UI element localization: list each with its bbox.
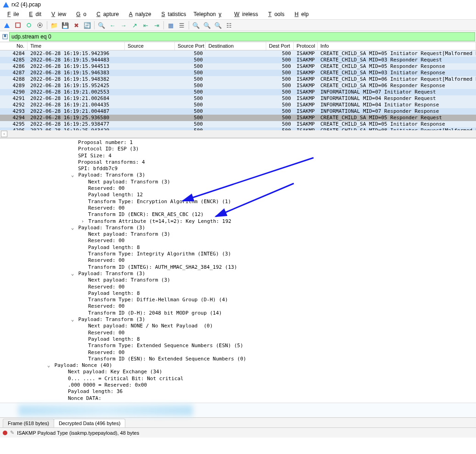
table-row[interactable]: 42872022-06-28 16:19:15.946383500500ISAK… — [0, 70, 476, 76]
detail-line[interactable]: Nonce DATA: — [0, 395, 476, 402]
horizontal-scrollbar[interactable]: ‹ — [0, 130, 476, 138]
table-row[interactable]: 42912022-06-28 16:19:21.002684500500ISAK… — [0, 95, 476, 102]
menu-capture[interactable]: Capture — [91, 10, 122, 18]
table-row[interactable]: 42842022-06-28 16:19:15.942396500500ISAK… — [0, 50, 476, 57]
detail-line[interactable]: Transform Type: Integrity Algorithm (INT… — [0, 251, 476, 257]
back-icon[interactable]: ← — [107, 20, 118, 30]
col-protocol[interactable]: Protocol — [294, 42, 318, 50]
table-row[interactable]: 42922022-06-28 16:19:21.004435500500ISAK… — [0, 102, 476, 108]
detail-line[interactable]: › Transform Attribute (t=14,l=2): Key Le… — [0, 218, 476, 225]
table-row[interactable]: 42862022-06-28 16:19:15.944513500500ISAK… — [0, 63, 476, 70]
save-icon[interactable]: 💾 — [60, 20, 70, 30]
menu-view[interactable]: View — [46, 10, 69, 18]
edit-icon[interactable]: ✎ — [10, 430, 14, 436]
filter-bookmark-icon[interactable] — [1, 33, 9, 41]
detail-line[interactable]: 0... .... = Critical Bit: Not critical — [0, 376, 476, 382]
col-no[interactable]: No. — [0, 42, 28, 50]
detail-line[interactable]: .000 0000 = Reserved: 0x00 — [0, 382, 476, 388]
packet-details[interactable]: Proposal number: 1Protocol ID: ESP (3)SP… — [0, 138, 476, 403]
detail-line[interactable]: Payload length: 8 — [0, 290, 476, 297]
menu-analyze[interactable]: Analyze — [123, 10, 154, 18]
last-icon[interactable]: ⇥ — [151, 20, 162, 30]
col-source-port[interactable]: Source Port — [175, 42, 206, 50]
detail-line[interactable]: Next payload: Transform (3) — [0, 231, 476, 238]
table-row[interactable]: 42962022-06-28 16:19:25.943429500500ISAK… — [0, 127, 476, 130]
menu-statistics[interactable]: Statistics — [156, 10, 189, 18]
detail-line[interactable]: Next payload: Transform (3) — [0, 277, 476, 283]
detail-line[interactable]: Reserved: 00 — [0, 185, 476, 192]
menu-telephony[interactable]: Telephony — [191, 10, 227, 18]
col-destination[interactable]: Destination — [206, 42, 266, 50]
detail-line[interactable]: Transform Type: Encryption Algorithm (EN… — [0, 199, 476, 205]
col-dest-port[interactable]: Dest Port — [266, 42, 294, 50]
detail-line[interactable]: ⌄ Payload: Nonce (40) — [0, 362, 476, 369]
packet-list-body[interactable]: 42842022-06-28 16:19:15.942396500500ISAK… — [0, 50, 476, 130]
first-icon[interactable]: ⇤ — [140, 20, 151, 30]
packet-list-header[interactable]: No. Time Source Source Port Destination … — [0, 42, 476, 50]
col-time[interactable]: Time — [28, 42, 125, 50]
zoom-reset-icon[interactable]: 🔍 — [213, 20, 223, 30]
table-row[interactable]: 42902022-06-28 16:19:21.002553500500ISAK… — [0, 89, 476, 95]
table-row[interactable]: 42952022-06-28 16:19:25.938477500500ISAK… — [0, 121, 476, 127]
colorize-icon[interactable]: ☰ — [177, 20, 187, 30]
detail-line[interactable]: ⌄ Payload: Transform (3) — [0, 225, 476, 231]
table-row[interactable]: 42942022-06-28 16:19:25.936580500500ISAK… — [0, 115, 476, 121]
forward-icon[interactable]: → — [118, 20, 129, 30]
detail-line[interactable]: Proposal number: 1 — [0, 139, 476, 146]
detail-line[interactable]: Next payload: NONE / No Next Payload (0) — [0, 323, 476, 329]
stop-capture-icon[interactable] — [13, 20, 23, 30]
tab-frame[interactable]: Frame (618 bytes) — [3, 419, 54, 427]
zoom-in-icon[interactable]: 🔍 — [191, 20, 201, 30]
detail-line[interactable]: Transform Type: Extended Sequence Number… — [0, 343, 476, 349]
detail-line[interactable]: Transform ID (ESN): No Extended Sequence… — [0, 356, 476, 362]
detail-line[interactable]: Reserved: 00 — [0, 284, 476, 290]
detail-line[interactable]: Transform ID (D-H): 2048 bit MODP group … — [0, 310, 476, 316]
table-row[interactable]: 42852022-06-28 16:19:15.944483500500ISAK… — [0, 57, 476, 63]
tab-decrypted[interactable]: Decrypted Data (496 bytes) — [54, 419, 126, 427]
detail-line[interactable]: Reserved: 00 — [0, 205, 476, 211]
menu-tools[interactable]: Tools — [263, 10, 287, 18]
detail-line[interactable]: Reserved: 00 — [0, 330, 476, 336]
jump-icon[interactable]: ↗ — [129, 20, 140, 30]
detail-line[interactable]: Payload length: 12 — [0, 192, 476, 198]
menu-file[interactable]: File — [2, 10, 22, 18]
detail-line[interactable]: SPI: bfddb7c9 — [0, 166, 476, 172]
table-row[interactable]: 42892022-06-28 16:19:15.952425500500ISAK… — [0, 83, 476, 89]
restart-capture-icon[interactable] — [24, 20, 34, 30]
detail-line[interactable]: ⌄ Payload: Transform (3) — [0, 316, 476, 323]
resize-columns-icon[interactable]: ☷ — [224, 20, 234, 30]
detail-line[interactable]: Payload length: 8 — [0, 244, 476, 251]
detail-line[interactable]: Reserved: 00 — [0, 303, 476, 310]
detail-line[interactable]: ⌄ Payload: Transform (3) — [0, 271, 476, 277]
table-row[interactable]: 42932022-06-28 16:19:21.004487500500ISAK… — [0, 108, 476, 115]
zoom-out-icon[interactable]: 🔍 — [202, 20, 212, 30]
table-row[interactable]: 42882022-06-28 16:19:15.948382500500ISAK… — [0, 76, 476, 83]
detail-line[interactable]: SPI Size: 4 — [0, 153, 476, 159]
col-source[interactable]: Source — [125, 42, 175, 50]
detail-line[interactable]: Reserved: 00 — [0, 349, 476, 356]
detail-line[interactable]: Reserved: 00 — [0, 238, 476, 244]
scroll-left-icon[interactable]: ‹ — [1, 131, 7, 137]
menu-wireless[interactable]: Wireless — [229, 10, 261, 18]
detail-line[interactable]: Payload length: 8 — [0, 336, 476, 343]
expert-info-icon[interactable] — [3, 431, 7, 435]
detail-line[interactable]: Transform ID (ENCR): ENCR_AES_CBC (12) — [0, 211, 476, 218]
detail-line[interactable]: Transform ID (INTEG): AUTH_HMAC_SHA2_384… — [0, 264, 476, 271]
col-info[interactable]: Info — [318, 42, 476, 50]
menu-edit[interactable]: Edit — [23, 10, 44, 18]
detail-line[interactable]: ⌄ Payload: Transform (3) — [0, 172, 476, 178]
detail-line[interactable]: Transform Type: Diffie-Hellman Group (D-… — [0, 297, 476, 303]
detail-line[interactable]: Next payload: Key Exchange (34) — [0, 369, 476, 375]
detail-line[interactable]: Protocol ID: ESP (3) — [0, 146, 476, 152]
open-icon[interactable]: 📁 — [49, 20, 59, 30]
close-icon[interactable]: ✖ — [71, 20, 81, 30]
reload-icon[interactable]: 🔄 — [82, 20, 92, 30]
detail-line[interactable]: Next payload: Transform (3) — [0, 179, 476, 185]
display-filter-input[interactable] — [9, 32, 475, 41]
detail-line[interactable]: Payload length: 36 — [0, 388, 476, 395]
options-icon[interactable] — [35, 20, 45, 30]
start-capture-icon[interactable] — [2, 20, 12, 30]
detail-line[interactable]: Proposal transforms: 4 — [0, 159, 476, 166]
detail-line[interactable]: Reserved: 00 — [0, 257, 476, 264]
autoscroll-icon[interactable]: ▦ — [166, 20, 176, 30]
